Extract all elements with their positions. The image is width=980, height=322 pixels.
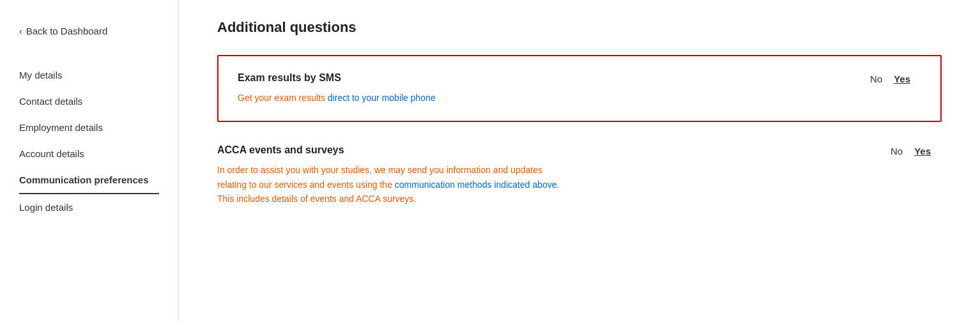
main-content: Additional questions Exam results by SMS… [179,0,980,322]
acca-desc-line3: This includes details of events and ACCA… [217,194,416,204]
sidebar-item-employment-details[interactable]: Employment details [0,114,178,141]
acca-events-surveys-description: In order to assist you with your studies… [217,163,942,206]
acca-events-surveys-options: No Yes [891,146,942,157]
acca-events-surveys-no[interactable]: No [891,146,903,157]
acca-events-surveys-header: ACCA events and surveys No Yes [217,144,942,157]
acca-desc-comm: communication methods indicated above [395,180,557,190]
exam-results-sms-description: Get your exam results direct to your mob… [238,91,921,105]
acca-events-surveys-title: ACCA events and surveys [217,144,344,156]
sidebar: ‹ Back to Dashboard My details Contact d… [0,0,179,322]
exam-results-sms-card: Exam results by SMS No Yes Get your exam… [217,55,942,122]
exam-results-sms-header: Exam results by SMS No Yes [238,72,921,84]
sidebar-item-account-details[interactable]: Account details [0,141,178,167]
exam-results-sms-options: No Yes [870,73,921,84]
exam-results-sms-title: Exam results by SMS [238,72,341,84]
sidebar-item-communication-preferences[interactable]: Communication preferences [19,167,159,194]
acca-desc-period: . [557,180,560,190]
back-to-dashboard-label: Back to Dashboard [26,26,108,36]
desc-blue-text: direct to your mobile phone [328,93,436,103]
sidebar-item-login-details[interactable]: Login details [0,194,178,220]
sidebar-item-contact-details[interactable]: Contact details [0,88,178,114]
chevron-left-icon: ‹ [19,26,22,36]
desc-orange-text: Get your exam results [238,93,328,103]
page-title: Additional questions [217,19,942,36]
exam-results-sms-yes[interactable]: Yes [894,73,910,84]
sidebar-item-my-details[interactable]: My details [0,62,178,88]
exam-results-sms-no[interactable]: No [870,73,882,84]
acca-events-surveys-yes[interactable]: Yes [914,146,931,157]
acca-events-surveys-card: ACCA events and surveys No Yes In order … [217,144,942,222]
sidebar-nav: My details Contact details Employment de… [0,62,178,220]
back-to-dashboard-link[interactable]: ‹ Back to Dashboard [0,19,178,43]
